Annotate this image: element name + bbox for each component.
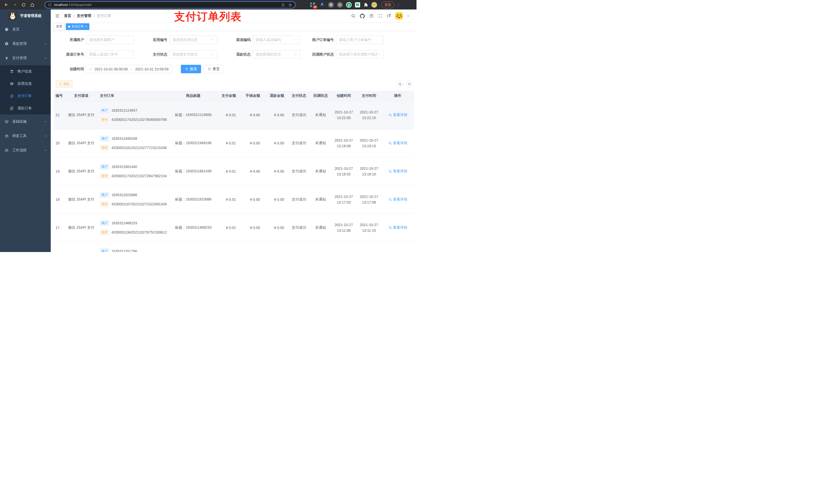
sidebar-item-home[interactable]: 首页 <box>0 22 51 37</box>
share-icon[interactable] <box>281 3 285 7</box>
sidebar-item-refund-order[interactable]: 退款订单 <box>0 102 51 115</box>
toggle-search-button[interactable] <box>397 81 403 87</box>
chrome-update-button[interactable]: 更新 <box>381 2 395 8</box>
cell-created-time: 2021-10-2713:11:08 <box>331 214 357 242</box>
cell-paid-time: 2021-10-2713:22:15 <box>357 101 381 129</box>
sidebar-item-label: 应用信息 <box>18 81 32 86</box>
cell-id <box>53 242 65 252</box>
reset-button[interactable]: 重置 <box>204 65 224 73</box>
sidebar-item-merchant-info[interactable]: 商户信息 <box>0 65 51 78</box>
breadcrumb-item-home[interactable]: 首页 <box>64 14 71 18</box>
home-icon[interactable] <box>29 1 36 8</box>
url-bar[interactable]: localhost:1024/pay/order <box>45 1 295 8</box>
github-icon[interactable] <box>360 14 365 19</box>
yen-icon: ¥ <box>5 56 9 60</box>
sidebar-item-workflow[interactable]: 工作流程 <box>0 143 51 158</box>
cell-created-time: 2021-10-2713:19:09 <box>331 129 357 157</box>
chevron-down-icon[interactable]: ▾ <box>407 14 409 18</box>
pay-tag: 支付 <box>100 117 109 122</box>
close-icon[interactable]: × <box>85 25 87 28</box>
column-header: 支付金额 <box>215 91 239 101</box>
search-icon[interactable] <box>351 14 356 18</box>
table-row: 20微信 JSAPI 支付商户1635311949168支付4200001181… <box>53 129 414 157</box>
sidebar: 芋道管理系统 首页系统管理¥支付管理商户信息应用信息¥支付订单退款订单基础设施研… <box>0 9 51 252</box>
document-icon <box>10 106 14 111</box>
extension-badge-icon[interactable]: 10 <box>310 2 316 8</box>
cell-order-numbers: 商户1635311468233支付42000011942021102767521… <box>98 214 171 242</box>
cell-notify-status: 未通知 <box>310 186 331 214</box>
shop-icon <box>10 69 14 73</box>
filter-label: 渠道编码 <box>222 38 251 42</box>
date-range-picker[interactable]: 2021-10-01 00:00:00 - 2021-10-31 23:59:5… <box>86 65 172 73</box>
view-detail-link[interactable]: 查看详情 <box>388 141 407 145</box>
filter-channel-code-select[interactable]: 请输入渠道编码 <box>253 35 301 44</box>
filter-channel-order-no-input[interactable]: 请输入渠道订单号 <box>86 50 134 58</box>
content: 所属商户请选择所属商户应用编号请选择应用信息渠道编码请输入渠道编码商户订单编号请… <box>51 31 416 252</box>
browser-menu-icon[interactable]: ⋮ <box>397 3 400 7</box>
sidebar-item-infrastructure[interactable]: 基础设施 <box>0 115 51 129</box>
bookmark-star-icon[interactable] <box>288 3 292 7</box>
breadcrumb-separator: / <box>94 14 95 18</box>
avatar[interactable] <box>395 12 403 20</box>
view-detail-link[interactable]: 查看详情 <box>388 113 407 117</box>
search-button[interactable]: 搜索 <box>181 65 201 73</box>
view-detail-link[interactable]: 查看详情 <box>388 169 407 174</box>
y-extension-icon[interactable]: y <box>346 2 352 8</box>
cell-pay-status <box>288 242 310 252</box>
pay-tag: 支付 <box>100 173 109 179</box>
pay-order-no: 4200001194202110276752100612 <box>112 230 167 234</box>
filter-app-no-select[interactable]: 请选择应用信息 <box>169 35 217 44</box>
export-button[interactable]: 导出 <box>56 80 72 88</box>
tab-pay-order[interactable]: 支付订单× <box>66 23 89 30</box>
sidebar-item-app-info[interactable]: 应用信息 <box>0 78 51 90</box>
breadcrumb-item-payment[interactable]: 支付管理 <box>77 14 91 18</box>
hamburger-icon[interactable] <box>55 13 60 19</box>
reload-icon[interactable] <box>20 1 27 8</box>
sidebar-item-system[interactable]: 系统管理 <box>0 37 51 51</box>
forward-icon[interactable] <box>11 1 19 8</box>
filter-refund-status-select[interactable]: 请选择退款状态 <box>253 50 301 58</box>
command-icon[interactable]: ⌘ <box>328 2 334 8</box>
tab-home[interactable]: 首页 <box>54 23 65 30</box>
column-header: 手续金额 <box>239 91 264 101</box>
view-detail-link[interactable]: 查看详情 <box>388 197 407 202</box>
view-detail-link[interactable]: 查看详情 <box>388 225 407 230</box>
column-header: 回调状态 <box>310 91 331 101</box>
font-size-icon[interactable]: TT <box>387 14 391 18</box>
emoji-profile-icon[interactable] <box>372 2 377 8</box>
sidebar-item-dev-tools[interactable]: 研发工具 <box>0 129 51 143</box>
filter-pay-status-select[interactable]: 请选择支付状态 <box>169 50 217 58</box>
record-icon[interactable] <box>337 2 343 8</box>
column-header: 支付渠道 <box>65 91 98 101</box>
filter-create-time-field: 创建时间 2021-10-01 00:00:00 - 2021-10-31 23… <box>56 65 172 73</box>
filter-label: 应用编号 <box>139 38 167 42</box>
sidebar-item-pay-order[interactable]: ¥支付订单 <box>0 90 51 102</box>
filter-channel-order-no-field: 渠道订单号请输入渠道订单号 <box>56 50 134 58</box>
cell-id: 19 <box>53 157 65 186</box>
cell-created-time: 2021-10-2713:22:05 <box>331 101 357 129</box>
filter-merchant-field: 所属商户请选择所属商户 <box>56 35 134 44</box>
filter-label: 支付状态 <box>139 52 167 57</box>
cell-fee: ¥ 0.00 <box>239 186 264 214</box>
chat-extension-icon[interactable] <box>355 2 360 7</box>
fullscreen-icon[interactable] <box>378 14 383 18</box>
refresh-button[interactable] <box>406 81 413 87</box>
pay-order-no: 4200001174202110278060590766 <box>112 118 167 122</box>
active-dot-icon <box>68 26 70 28</box>
cell-refund: ¥ 0.00 <box>264 186 288 214</box>
yen-circle-icon: ¥ <box>10 94 14 98</box>
filter-merchant-input[interactable]: 请选择所属商户 <box>86 35 134 44</box>
filter-label: 商户订单编号 <box>306 38 334 42</box>
info-icon[interactable] <box>48 3 52 7</box>
puzzle-extensions-icon[interactable] <box>363 3 368 7</box>
help-icon[interactable] <box>369 14 374 18</box>
cell-title: 标题：1635311823086 <box>171 186 215 214</box>
filter-merchant-order-no-input[interactable]: 请输入商户订单编号 <box>336 35 384 44</box>
sidebar-item-payment[interactable]: ¥支付管理 <box>0 51 51 65</box>
filter-app-no-field: 应用编号请选择应用信息 <box>139 35 217 44</box>
kite-icon[interactable] <box>319 2 325 7</box>
cell-paid-time: 2021-10-2713:19:15 <box>357 129 381 157</box>
back-icon[interactable] <box>3 1 10 8</box>
filter-notify-status-select[interactable]: 请选择订单回调商户状态 <box>336 50 384 58</box>
breadcrumb-separator: / <box>73 14 74 18</box>
